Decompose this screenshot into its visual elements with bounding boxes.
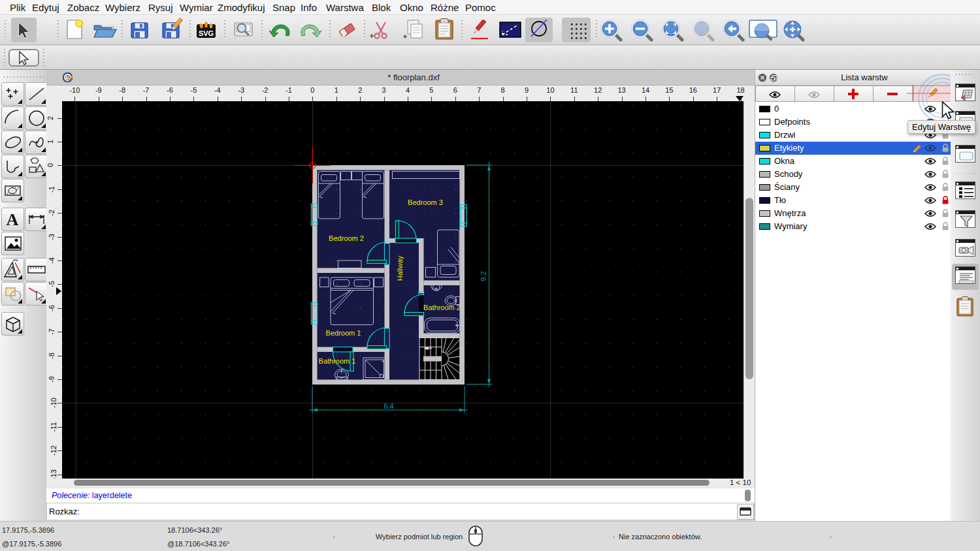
svg-text:9.2: 9.2	[480, 271, 487, 281]
svg-text:SVG: SVG	[199, 29, 214, 37]
svg-text:Bathroom 2: Bathroom 2	[423, 304, 461, 311]
svg-text:Hallway: Hallway	[396, 255, 404, 281]
svg-text:6.4: 6.4	[384, 402, 393, 410]
svg-text:Bedroom 1: Bedroom 1	[326, 329, 361, 337]
svg-text:Bedroom 2: Bedroom 2	[329, 234, 364, 242]
svg-text:A: A	[7, 210, 19, 229]
svg-text:Bedroom 3: Bedroom 3	[408, 198, 443, 206]
svg-text:Bathroom 1: Bathroom 1	[319, 357, 356, 365]
